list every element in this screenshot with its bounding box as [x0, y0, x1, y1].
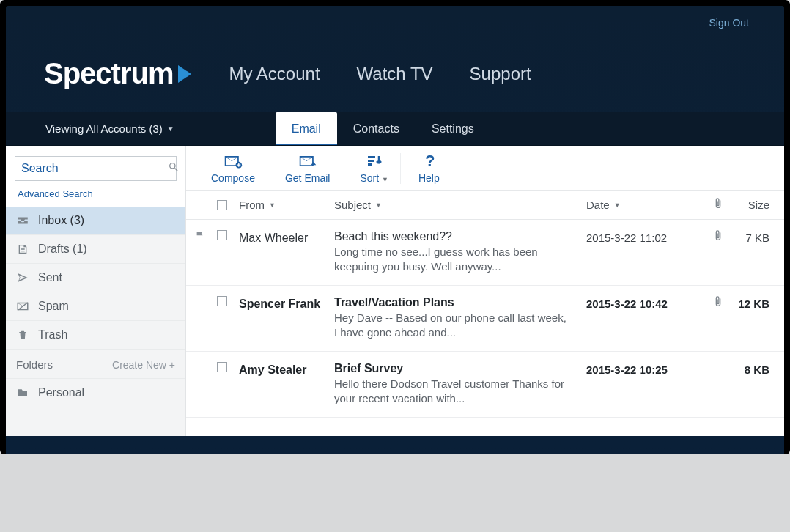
mail-date: 2015-3-22 11:02: [586, 230, 704, 244]
mail-size: 7 KB: [733, 230, 769, 244]
accounts-label: Viewing All Accounts (3): [45, 122, 163, 135]
compose-button[interactable]: Compose: [199, 153, 267, 184]
row-checkbox[interactable]: [217, 362, 227, 372]
mail-date: 2015-3-22 10:25: [586, 362, 704, 376]
mail-preview: Hey Dave -- Based on our phone call last…: [334, 311, 572, 339]
nav-support[interactable]: Support: [470, 64, 531, 84]
search-box[interactable]: [15, 156, 177, 181]
mail-size: 8 KB: [733, 362, 769, 376]
chevron-down-icon: ▼: [614, 202, 621, 209]
svg-line-1: [18, 303, 28, 311]
mail-row[interactable]: Max WheelerBeach this weekend??Long time…: [186, 220, 784, 286]
folder-sent[interactable]: Sent: [6, 264, 185, 292]
sort-icon: [366, 153, 383, 169]
get-email-icon: [298, 153, 317, 169]
folder-label: Personal: [38, 386, 84, 399]
advanced-search-link[interactable]: Advanced Search: [6, 184, 185, 207]
brand-logo: Spectrum: [44, 57, 193, 90]
sign-out-link[interactable]: Sign Out: [709, 17, 749, 29]
brand-text: Spectrum: [44, 57, 174, 90]
paperclip-icon: [714, 298, 723, 310]
column-attachment[interactable]: [704, 198, 733, 212]
paperclip-icon: [714, 199, 723, 212]
folder-label: Inbox (3): [38, 214, 84, 227]
svg-marker-0: [178, 65, 191, 83]
select-all-checkbox[interactable]: [217, 200, 227, 210]
chevron-down-icon: ▼: [269, 202, 276, 209]
play-arrow-icon: [178, 65, 193, 83]
inbox-icon: [16, 215, 29, 226]
row-checkbox[interactable]: [217, 296, 227, 306]
sort-button[interactable]: Sort ▼: [348, 153, 401, 184]
flag-icon[interactable]: [195, 232, 205, 244]
mail-subject: Beach this weekend??: [334, 230, 572, 243]
mail-row[interactable]: Spencer FrankTravel/Vacation PlansHey Da…: [186, 286, 784, 352]
folder-drafts[interactable]: Drafts (1): [6, 235, 185, 264]
mail-subject: Brief Survey: [334, 362, 572, 375]
folder-label: Drafts (1): [38, 243, 87, 256]
search-input[interactable]: [21, 162, 168, 175]
folder-label: Sent: [38, 271, 62, 284]
tab-settings[interactable]: Settings: [416, 112, 490, 145]
folder-label: Spam: [38, 300, 69, 313]
drafts-icon: [16, 243, 29, 255]
folder-inbox[interactable]: Inbox (3): [6, 207, 185, 235]
get-email-button[interactable]: Get Email: [273, 153, 342, 184]
mail-from: Max Wheeler: [239, 230, 334, 245]
chevron-down-icon: ▼: [375, 202, 382, 209]
tool-label: Get Email: [285, 172, 330, 184]
tool-label: Compose: [211, 172, 255, 184]
mail-preview: Long time no see...I guess work has been…: [334, 245, 572, 273]
help-icon: ?: [423, 153, 435, 169]
create-folder-link[interactable]: Create New +: [112, 359, 175, 371]
compose-icon: [224, 153, 243, 169]
mail-preview: Hello there Dodson Travel customer Thank…: [334, 377, 572, 405]
search-icon: [168, 161, 180, 176]
help-button[interactable]: ? Help: [407, 153, 451, 184]
sent-icon: [16, 272, 29, 284]
mail-date: 2015-3-22 10:42: [586, 296, 704, 310]
mail-size: 12 KB: [733, 296, 769, 310]
column-date[interactable]: Date▼: [586, 199, 704, 211]
mail-from: Spencer Frank: [239, 296, 334, 311]
row-checkbox[interactable]: [217, 230, 227, 240]
svg-text:?: ?: [425, 153, 435, 169]
chevron-down-icon: ▼: [382, 176, 388, 183]
folder-label: Trash: [38, 328, 67, 341]
folder-personal[interactable]: Personal: [6, 379, 185, 407]
tool-label: Help: [418, 172, 440, 184]
nav-watch-tv[interactable]: Watch TV: [357, 64, 433, 84]
tab-email[interactable]: Email: [276, 112, 337, 145]
folder-icon: [16, 388, 29, 398]
paperclip-icon: [714, 232, 723, 244]
column-subject[interactable]: Subject▼: [334, 199, 586, 211]
tab-contacts[interactable]: Contacts: [337, 112, 416, 145]
nav-my-account[interactable]: My Account: [229, 64, 320, 84]
folder-spam[interactable]: Spam: [6, 292, 185, 321]
column-from[interactable]: From▼: [239, 199, 334, 211]
accounts-dropdown[interactable]: Viewing All Accounts (3) ▼: [6, 112, 188, 145]
mail-from: Amy Stealer: [239, 362, 334, 377]
chevron-down-icon: ▼: [167, 125, 174, 133]
column-size[interactable]: Size: [733, 199, 769, 211]
spam-icon: [16, 301, 29, 311]
mail-subject: Travel/Vacation Plans: [334, 296, 572, 309]
tool-label: Sort ▼: [360, 172, 388, 184]
folders-header: Folders: [16, 358, 53, 371]
mail-row[interactable]: Amy StealerBrief SurveyHello there Dodso…: [186, 352, 784, 418]
trash-icon: [16, 329, 29, 341]
folder-trash[interactable]: Trash: [6, 321, 185, 350]
